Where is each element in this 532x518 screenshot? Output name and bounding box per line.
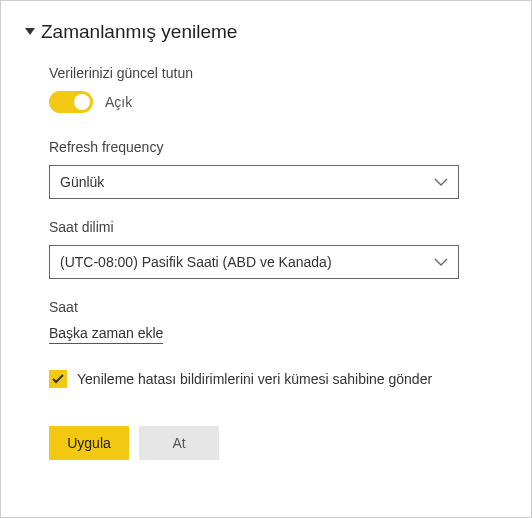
- notify-row: Yenileme hatası bildirimlerini veri küme…: [49, 370, 507, 388]
- frequency-value: Günlük: [60, 174, 104, 190]
- check-icon: [52, 374, 64, 384]
- keep-data-label: Verilerinizi güncel tutun: [49, 65, 507, 81]
- caret-down-icon: [25, 28, 35, 35]
- button-row: Uygula At: [49, 426, 507, 460]
- chevron-down-icon: [434, 178, 448, 186]
- frequency-select[interactable]: Günlük: [49, 165, 459, 199]
- timezone-value: (UTC-08:00) Pasifik Saati (ABD ve Kanada…: [60, 254, 332, 270]
- keep-data-toggle[interactable]: [49, 91, 93, 113]
- toggle-knob: [74, 94, 90, 110]
- section-content: Verilerinizi güncel tutun Açık Refresh f…: [25, 65, 507, 460]
- timezone-label: Saat dilimi: [49, 219, 507, 235]
- section-title: Zamanlanmış yenileme: [41, 21, 237, 43]
- timezone-select[interactable]: (UTC-08:00) Pasifik Saati (ABD ve Kanada…: [49, 245, 459, 279]
- timezone-group: Saat dilimi (UTC-08:00) Pasifik Saati (A…: [49, 219, 507, 279]
- frequency-group: Refresh frequency Günlük: [49, 139, 507, 199]
- chevron-down-icon: [434, 258, 448, 266]
- scheduled-refresh-panel: Zamanlanmış yenileme Verilerinizi güncel…: [0, 0, 532, 518]
- discard-button[interactable]: At: [139, 426, 219, 460]
- apply-button[interactable]: Uygula: [49, 426, 129, 460]
- frequency-label: Refresh frequency: [49, 139, 507, 155]
- section-header[interactable]: Zamanlanmış yenileme: [25, 21, 507, 43]
- notify-label: Yenileme hatası bildirimlerini veri küme…: [77, 371, 432, 387]
- notify-checkbox[interactable]: [49, 370, 67, 388]
- time-group: Saat Başka zaman ekle: [49, 299, 507, 344]
- toggle-state-label: Açık: [105, 94, 132, 110]
- keep-data-toggle-row: Açık: [49, 91, 507, 113]
- add-time-link[interactable]: Başka zaman ekle: [49, 325, 163, 344]
- time-label: Saat: [49, 299, 507, 315]
